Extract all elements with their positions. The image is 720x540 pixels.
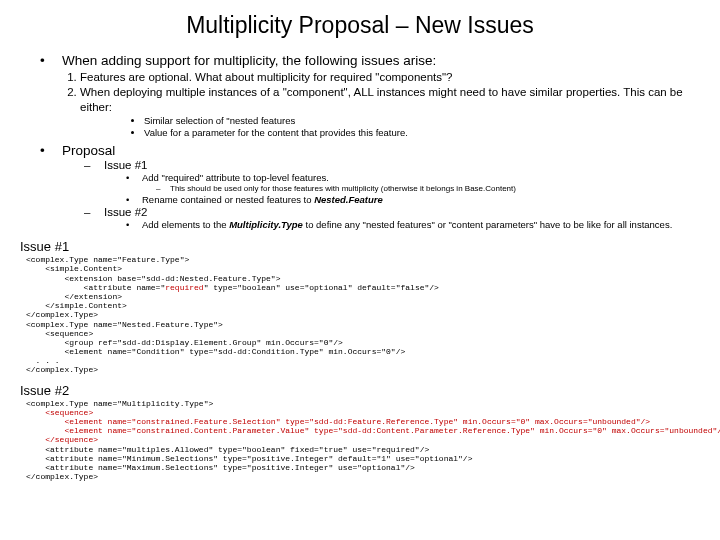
num-item-1: Features are optional. What about multip… xyxy=(80,70,702,84)
issue1-point-a-text: Add "required" attribute to top-level fe… xyxy=(142,172,329,183)
code-block-2: <complex.Type name="Multiplicity.Type"> … xyxy=(26,399,702,482)
code-block-1: <complex.Type name="Feature.Type"> <simp… xyxy=(26,255,702,374)
intro-bullet: • When adding support for multiplicity, … xyxy=(40,53,702,68)
dash-icon: – xyxy=(156,184,170,193)
similar-2: Value for a parameter for the content th… xyxy=(144,127,702,139)
slide: Multiplicity Proposal – New Issues • Whe… xyxy=(0,0,720,540)
nested-feature-term: Nested.Feature xyxy=(314,194,383,205)
intro-text: When adding support for multiplicity, th… xyxy=(62,53,436,68)
proposal-bullet: • Proposal xyxy=(40,143,702,158)
bullet-dot-icon: • xyxy=(126,172,142,183)
proposal-issue1: –Issue #1 xyxy=(84,159,702,171)
issue1-label: Issue #1 xyxy=(104,159,147,171)
dash-icon: – xyxy=(84,159,104,171)
bullet-dot-icon: • xyxy=(126,194,142,205)
issue1-code-label: Issue #1 xyxy=(20,239,702,254)
issue1-point-b: •Rename contained or nested features to … xyxy=(126,194,702,205)
bullet-dot-icon: • xyxy=(40,53,62,68)
issue2-point-a-text: Add elements to the Multiplicity.Type to… xyxy=(142,219,672,230)
multiplicity-type-term: Multiplicity.Type xyxy=(229,219,303,230)
issue1-point-a: •Add "required" attribute to top-level f… xyxy=(126,172,702,183)
numbered-list: Features are optional. What about multip… xyxy=(80,70,702,114)
issue1-point-a-note: –This should be used only for those feat… xyxy=(156,184,702,193)
issue1-note-text: This should be used only for those featu… xyxy=(170,184,516,193)
dash-icon: – xyxy=(84,206,104,218)
similar-list: Similar selection of "nested features Va… xyxy=(144,115,702,139)
issue2-code-label: Issue #2 xyxy=(20,383,702,398)
proposal-label: Proposal xyxy=(62,143,115,158)
bullet-dot-icon: • xyxy=(40,143,62,158)
proposal-issue2: –Issue #2 xyxy=(84,206,702,218)
bullet-dot-icon: • xyxy=(126,219,142,231)
num-item-2: When deploying multiple instances of a "… xyxy=(80,85,702,114)
issue2-point-a: •Add elements to the Multiplicity.Type t… xyxy=(126,219,702,231)
issue1-point-b-text: Rename contained or nested features to N… xyxy=(142,194,383,205)
similar-1: Similar selection of "nested features xyxy=(144,115,702,127)
issue2-label: Issue #2 xyxy=(104,206,147,218)
page-title: Multiplicity Proposal – New Issues xyxy=(18,12,702,39)
